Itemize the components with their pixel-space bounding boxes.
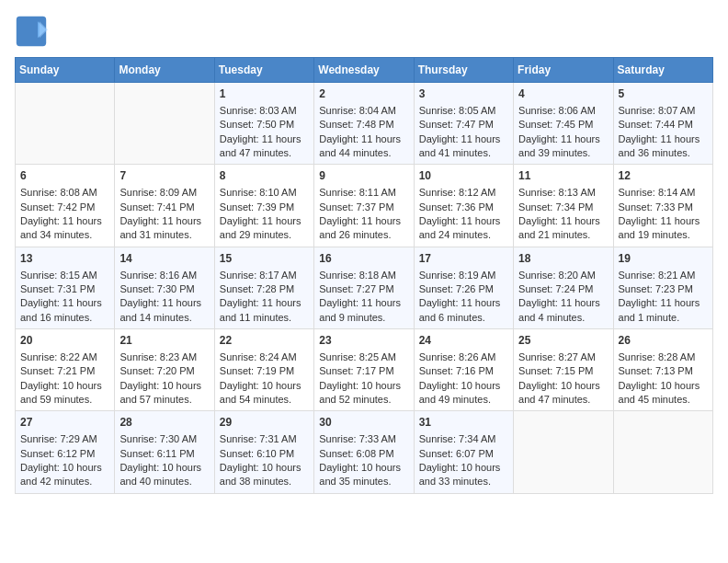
- day-info-line: Sunset: 6:07 PM: [419, 447, 508, 461]
- day-info-line: Sunrise: 8:28 AM: [619, 350, 708, 364]
- day-info-line: Daylight: 11 hours: [419, 296, 508, 310]
- day-info-line: Sunset: 7:21 PM: [20, 364, 109, 378]
- day-info-line: Sunrise: 8:03 AM: [220, 104, 309, 118]
- day-number: 30: [319, 415, 408, 431]
- week-row-2: 6Sunrise: 8:08 AMSunset: 7:42 PMDaylight…: [16, 165, 713, 247]
- day-info-line: Sunset: 7:15 PM: [518, 364, 608, 378]
- day-info-line: and 47 minutes.: [220, 146, 309, 160]
- day-number: 25: [518, 333, 608, 349]
- calendar-cell: 6Sunrise: 8:08 AMSunset: 7:42 PMDaylight…: [16, 165, 115, 247]
- week-row-5: 27Sunrise: 7:29 AMSunset: 6:12 PMDayligh…: [16, 411, 713, 493]
- week-row-3: 13Sunrise: 8:15 AMSunset: 7:31 PMDayligh…: [16, 247, 713, 328]
- calendar-cell: 1Sunrise: 8:03 AMSunset: 7:50 PMDaylight…: [214, 83, 313, 165]
- calendar-cell: 26Sunrise: 8:28 AMSunset: 7:13 PMDayligh…: [613, 329, 712, 411]
- day-number: 27: [20, 415, 109, 431]
- day-number: 26: [619, 333, 708, 349]
- logo: [15, 15, 53, 48]
- col-header-friday: Friday: [514, 58, 613, 83]
- day-info-line: Sunrise: 8:04 AM: [319, 104, 408, 118]
- day-number: 3: [419, 86, 508, 102]
- day-info-line: Sunrise: 8:13 AM: [518, 186, 608, 200]
- day-info-line: Sunset: 7:50 PM: [220, 118, 309, 132]
- col-header-saturday: Saturday: [613, 58, 712, 83]
- day-number: 5: [619, 86, 708, 102]
- day-number: 11: [518, 168, 608, 184]
- week-row-1: 1Sunrise: 8:03 AMSunset: 7:50 PMDaylight…: [16, 83, 713, 165]
- day-info-line: and 59 minutes.: [20, 393, 109, 407]
- day-info-line: Daylight: 11 hours: [619, 296, 708, 310]
- calendar-cell: 22Sunrise: 8:24 AMSunset: 7:19 PMDayligh…: [214, 329, 313, 411]
- day-info-line: Daylight: 10 hours: [20, 461, 109, 475]
- day-info-line: Sunset: 7:27 PM: [319, 282, 408, 296]
- calendar-cell: 12Sunrise: 8:14 AMSunset: 7:33 PMDayligh…: [613, 165, 712, 247]
- day-info-line: Sunset: 7:16 PM: [419, 364, 508, 378]
- calendar-cell: 10Sunrise: 8:12 AMSunset: 7:36 PMDayligh…: [414, 165, 513, 247]
- day-info-line: Sunrise: 7:31 AM: [220, 432, 309, 446]
- day-info-line: and 1 minute.: [619, 311, 708, 325]
- day-info-line: Sunrise: 8:24 AM: [220, 350, 309, 364]
- day-number: 6: [20, 168, 109, 184]
- day-number: 18: [518, 251, 608, 267]
- calendar-cell: 20Sunrise: 8:22 AMSunset: 7:21 PMDayligh…: [16, 329, 115, 411]
- day-info-line: Daylight: 11 hours: [619, 132, 708, 146]
- day-number: 15: [220, 251, 309, 267]
- day-info-line: Sunset: 7:13 PM: [619, 364, 708, 378]
- day-number: 19: [619, 251, 708, 267]
- day-info-line: Sunrise: 8:26 AM: [419, 350, 508, 364]
- day-number: 17: [419, 251, 508, 267]
- day-info-line: Sunset: 7:17 PM: [319, 364, 408, 378]
- day-info-line: Daylight: 11 hours: [518, 132, 608, 146]
- day-info-line: and 41 minutes.: [419, 146, 508, 160]
- day-number: 10: [419, 168, 508, 184]
- day-info-line: Sunset: 7:36 PM: [419, 201, 508, 214]
- calendar-cell: 2Sunrise: 8:04 AMSunset: 7:48 PMDaylight…: [314, 83, 414, 165]
- day-number: 12: [619, 168, 708, 184]
- day-number: 9: [319, 168, 408, 184]
- day-info-line: Sunrise: 8:25 AM: [319, 350, 408, 364]
- day-info-line: Sunrise: 7:33 AM: [319, 432, 408, 446]
- calendar-cell: 21Sunrise: 8:23 AMSunset: 7:20 PMDayligh…: [115, 329, 214, 411]
- day-info-line: Sunrise: 8:12 AM: [419, 186, 508, 200]
- day-number: 1: [220, 86, 309, 102]
- day-info-line: Sunset: 7:31 PM: [20, 282, 109, 296]
- calendar-body: 1Sunrise: 8:03 AMSunset: 7:50 PMDaylight…: [16, 83, 713, 494]
- day-info-line: Daylight: 11 hours: [319, 296, 408, 310]
- calendar-cell: 17Sunrise: 8:19 AMSunset: 7:26 PMDayligh…: [414, 247, 513, 328]
- calendar-cell: 3Sunrise: 8:05 AMSunset: 7:47 PMDaylight…: [414, 83, 513, 165]
- day-info-line: Sunset: 6:11 PM: [119, 447, 209, 461]
- day-info-line: Daylight: 11 hours: [518, 214, 608, 228]
- day-info-line: and 35 minutes.: [319, 475, 408, 488]
- day-info-line: Sunrise: 8:08 AM: [20, 186, 109, 200]
- day-info-line: Daylight: 11 hours: [619, 214, 708, 228]
- day-info-line: Daylight: 11 hours: [20, 214, 109, 228]
- day-info-line: and 40 minutes.: [119, 475, 209, 488]
- day-number: 14: [119, 251, 209, 267]
- day-info-line: and 36 minutes.: [619, 146, 708, 160]
- day-info-line: Sunrise: 8:22 AM: [20, 350, 109, 364]
- day-info-line: and 26 minutes.: [319, 228, 408, 242]
- day-number: 8: [220, 168, 309, 184]
- day-info-line: Daylight: 10 hours: [319, 379, 408, 393]
- col-header-thursday: Thursday: [414, 58, 513, 83]
- day-info-line: Daylight: 11 hours: [220, 296, 309, 310]
- day-info-line: and 21 minutes.: [518, 228, 608, 242]
- calendar-cell: 13Sunrise: 8:15 AMSunset: 7:31 PMDayligh…: [16, 247, 115, 328]
- day-number: 31: [419, 415, 508, 431]
- day-info-line: Sunset: 7:37 PM: [319, 201, 408, 214]
- day-info-line: Daylight: 11 hours: [119, 296, 209, 310]
- day-info-line: Daylight: 11 hours: [319, 132, 408, 146]
- day-info-line: Sunrise: 8:17 AM: [220, 269, 309, 282]
- day-info-line: Daylight: 10 hours: [119, 379, 209, 393]
- day-info-line: and 11 minutes.: [220, 311, 309, 325]
- day-info-line: and 6 minutes.: [419, 311, 508, 325]
- day-number: 4: [518, 86, 608, 102]
- day-number: 7: [119, 168, 209, 184]
- day-info-line: Sunrise: 8:10 AM: [220, 186, 309, 200]
- day-info-line: and 42 minutes.: [20, 475, 109, 488]
- day-info-line: Sunrise: 8:21 AM: [619, 269, 708, 282]
- day-info-line: and 45 minutes.: [619, 393, 708, 407]
- calendar-cell: 30Sunrise: 7:33 AMSunset: 6:08 PMDayligh…: [314, 411, 414, 493]
- day-info-line: Sunrise: 8:20 AM: [518, 269, 608, 282]
- day-info-line: Sunset: 7:45 PM: [518, 118, 608, 132]
- day-info-line: and 49 minutes.: [419, 393, 508, 407]
